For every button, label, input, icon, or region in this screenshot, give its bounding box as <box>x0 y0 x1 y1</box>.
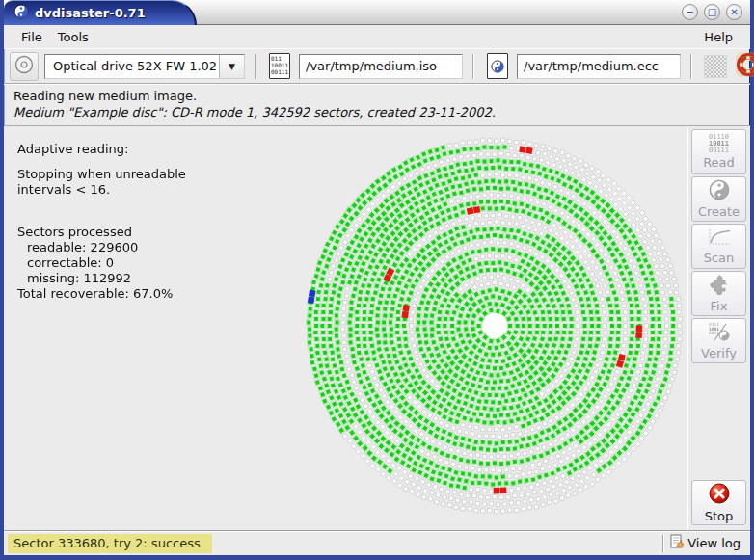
iso-document-icon: 011 10011 00111 <box>269 53 290 79</box>
view-log-button[interactable]: View log <box>670 534 746 552</box>
missing-count: missing: 112992 <box>17 271 186 286</box>
ecc-document-icon <box>487 53 508 79</box>
header-status: Reading new medium image. Medium "Exampl… <box>4 84 750 126</box>
stop-condition-line2: intervals < 16. <box>17 182 186 198</box>
view-log-label: View log <box>687 536 741 550</box>
log-document-hand-icon <box>670 534 685 552</box>
total-recoverable: Total recoverable: 67.0% <box>17 286 186 302</box>
chevron-down-icon[interactable]: ▼ <box>219 55 244 78</box>
fix-button: Fix <box>691 271 746 316</box>
reading-area: Adaptive reading: Stopping when unreadab… <box>4 126 687 530</box>
toolbar: Optical drive 52X FW 1.02 ▼ 011 10011 00… <box>4 48 750 84</box>
verify-percent-icon: 0111 1001 0011 <box>707 321 732 345</box>
ecc-file-input[interactable] <box>517 54 681 79</box>
titlebar: dvdisaster-0.71 − □ ✕ <box>4 0 750 25</box>
fix-puzzle-icon <box>708 274 731 298</box>
drive-selector-value: Optical drive 52X FW 1.02 <box>45 59 219 73</box>
drive-scan-button[interactable] <box>10 52 39 81</box>
window-title: dvdisaster-0.71 <box>35 6 146 20</box>
maximize-button[interactable]: □ <box>704 4 720 20</box>
minimize-button[interactable]: − <box>682 4 698 20</box>
stop-button[interactable]: Stop <box>691 480 746 525</box>
content: Adaptive reading: Stopping when unreadab… <box>4 126 750 530</box>
image-file-button[interactable]: 011 10011 00111 <box>266 52 293 81</box>
image-file-input[interactable] <box>299 54 463 79</box>
disc-icon <box>13 54 35 78</box>
preferences-button-disabled <box>702 52 729 81</box>
readable-count: readable: 229600 <box>17 240 186 255</box>
adaptive-reading-label: Adaptive reading: <box>17 142 186 157</box>
header-line1: Reading new medium image. <box>13 89 741 103</box>
create-button: Create <box>691 176 746 222</box>
window-controls: − □ ✕ <box>682 4 742 20</box>
scan-curve-icon <box>707 227 732 250</box>
read-button: 01110 10011 00111 Read <box>691 129 746 174</box>
help-button[interactable] <box>735 52 754 81</box>
info-panel: Adaptive reading: Stopping when unreadab… <box>17 142 186 302</box>
close-button[interactable]: ✕ <box>726 4 742 20</box>
toolbar-separator <box>690 54 692 79</box>
ecc-file-button[interactable] <box>484 52 511 81</box>
drive-selector[interactable]: Optical drive 52X FW 1.02 ▼ <box>44 54 245 79</box>
menu-tools[interactable]: Tools <box>50 28 96 46</box>
create-yinyang-icon <box>709 179 730 203</box>
correctable-count: correctable: 0 <box>17 255 186 271</box>
lifebuoy-icon <box>736 52 754 80</box>
status-message: Sector 333680, try 2: success <box>8 534 212 553</box>
statusbar-separator <box>662 535 664 552</box>
menu-file[interactable]: File <box>13 28 50 46</box>
toolbar-separator <box>472 54 474 79</box>
title-tab: dvdisaster-0.71 <box>4 0 197 25</box>
sectors-processed-label: Sectors processed <box>17 225 186 240</box>
stop-icon <box>708 482 731 508</box>
menubar: File Tools Help <box>4 25 750 48</box>
app-logo-yinyang-icon <box>13 4 29 22</box>
menu-help[interactable]: Help <box>696 28 741 46</box>
toolbar-separator <box>255 54 256 79</box>
stop-condition-line1: Stopping when unreadable <box>17 167 186 182</box>
read-bits-icon: 01110 10011 00111 <box>709 134 729 154</box>
header-line2: Medium "Example disc": CD-R mode 1, 3425… <box>13 105 741 120</box>
action-sidebar: 01110 10011 00111 Read Create <box>687 126 750 530</box>
scan-button: Scan <box>691 224 746 269</box>
app-window: dvdisaster-0.71 − □ ✕ File Tools Help Op… <box>0 0 754 560</box>
statusbar: Sector 333680, try 2: success View log <box>4 530 750 555</box>
disabled-preferences-icon <box>704 55 727 78</box>
verify-button: 0111 1001 0011 Verify <box>691 318 746 363</box>
